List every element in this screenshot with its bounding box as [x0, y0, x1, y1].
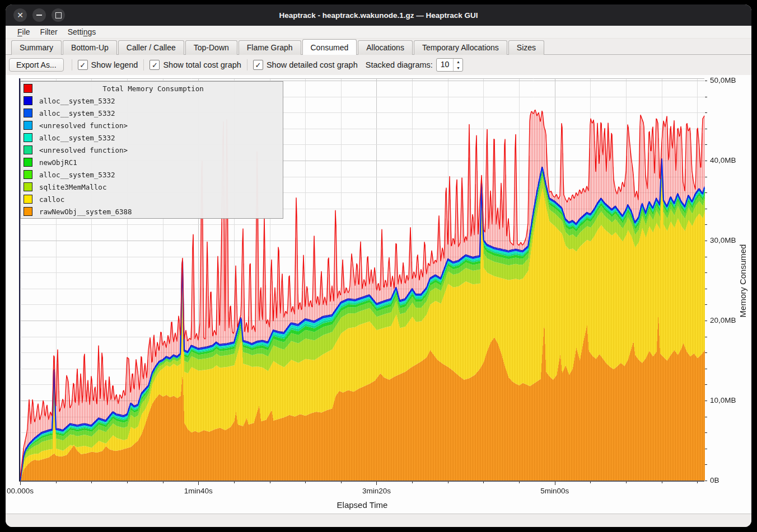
- legend-swatch-icon: [24, 182, 32, 191]
- legend-item: rawNewObj__system_6388: [21, 206, 283, 217]
- menu-bar: FileFilterSettings: [6, 26, 751, 39]
- tab-consumed[interactable]: Consumed: [302, 39, 357, 55]
- toolbar-separator: [143, 59, 144, 70]
- tab-allocations[interactable]: Allocations: [358, 40, 413, 55]
- legend-label: <unresolved function>: [39, 121, 128, 130]
- minimize-button[interactable]: [32, 8, 46, 22]
- legend-label: <unresolved function>: [39, 146, 128, 154]
- legend-item: alloc__system_5332: [21, 95, 283, 106]
- checkmark-icon: ✓: [78, 60, 88, 70]
- tab-summary[interactable]: Summary: [11, 40, 62, 55]
- legend-label: Total Memory Consumption: [39, 84, 267, 93]
- toolbar-separator: [247, 59, 247, 70]
- toolbar: Export As... ✓Show legend✓Show total cos…: [6, 55, 751, 75]
- legend-swatch-icon: [24, 121, 32, 130]
- legend-label: calloc: [39, 195, 64, 204]
- tab-bottom-up[interactable]: Bottom-Up: [63, 40, 117, 55]
- legend-swatch-icon: [24, 84, 32, 93]
- menu-file[interactable]: File: [12, 27, 35, 37]
- menu-settings[interactable]: Settings: [63, 27, 101, 37]
- legend-label: alloc__system_5332: [39, 171, 115, 179]
- title-bar: ✕ Heaptrack - heaptrack.wakunode.1.gz — …: [6, 4, 751, 26]
- checkbox-show-legend[interactable]: ✓Show legend: [78, 60, 138, 70]
- legend-item: alloc__system_5332: [21, 132, 283, 143]
- tab-flame-graph[interactable]: Flame Graph: [239, 40, 301, 55]
- legend-label: newObjRC1: [39, 158, 77, 167]
- legend-item: <unresolved function>: [21, 120, 283, 131]
- x-axis-title: Elapsed Time: [6, 500, 719, 510]
- tab-bar: SummaryBottom-UpCaller / CalleeTop-DownF…: [6, 39, 751, 55]
- legend-label: sqlite3MemMalloc: [39, 183, 106, 191]
- tab-top-down[interactable]: Top-Down: [185, 40, 237, 55]
- toolbar-separator: [72, 59, 72, 70]
- legend-swatch-icon: [24, 109, 32, 117]
- legend-label: rawNewObj__system_6388: [39, 208, 132, 216]
- checkbox-show-detailed-cost-graph[interactable]: ✓Show detailed cost graph: [253, 60, 358, 70]
- legend-label: alloc__system_5332: [39, 109, 115, 117]
- legend-swatch-icon: [24, 195, 32, 204]
- export-as-button[interactable]: Export As...: [9, 58, 64, 72]
- app-window: ✕ Heaptrack - heaptrack.wakunode.1.gz — …: [6, 4, 751, 527]
- checkbox-show-total-cost-graph[interactable]: ✓Show total cost graph: [149, 60, 241, 70]
- legend-item: newObjRC1: [21, 157, 283, 168]
- close-button[interactable]: ✕: [13, 8, 27, 22]
- checkbox-label: Show total cost graph: [163, 60, 241, 69]
- y-axis-title: Memory Consumed: [738, 197, 748, 365]
- stacked-diagrams-spinbox[interactable]: 10 ▲ ▼: [436, 58, 464, 72]
- checkbox-label: Show legend: [91, 60, 138, 69]
- legend-swatch-icon: [24, 207, 32, 216]
- legend-swatch-icon: [24, 133, 32, 142]
- legend-title-row: Total Memory Consumption: [21, 83, 283, 94]
- window-title: Heaptrack - heaptrack.wakunode.1.gz — He…: [6, 11, 751, 20]
- legend-swatch-icon: [24, 158, 32, 167]
- legend-item: sqlite3MemMalloc: [21, 181, 283, 192]
- legend-label: alloc__system_5332: [39, 97, 115, 105]
- legend-item: alloc__system_5332: [21, 107, 283, 119]
- legend-item: alloc__system_5332: [21, 169, 283, 180]
- spinbox-up-icon[interactable]: ▲: [454, 59, 462, 65]
- chart-area: Total Memory Consumptionalloc__system_53…: [6, 75, 751, 514]
- checkmark-icon: ✓: [253, 60, 263, 70]
- window-bottom-strip: [6, 514, 751, 527]
- chart-legend: Total Memory Consumptionalloc__system_53…: [20, 81, 283, 219]
- maximize-button[interactable]: [52, 8, 65, 22]
- legend-item: <unresolved function>: [21, 144, 283, 156]
- tab-caller-callee[interactable]: Caller / Callee: [118, 40, 184, 55]
- tab-temporary-allocations[interactable]: Temporary Allocations: [414, 40, 507, 55]
- stacked-diagrams-label: Stacked diagrams:: [366, 60, 433, 69]
- menu-filter[interactable]: Filter: [35, 27, 63, 37]
- tab-sizes[interactable]: Sizes: [508, 40, 544, 55]
- checkbox-label: Show detailed cost graph: [267, 60, 358, 69]
- legend-swatch-icon: [24, 145, 32, 154]
- spinbox-down-icon[interactable]: ▼: [454, 65, 462, 71]
- legend-label: alloc__system_5332: [39, 134, 115, 142]
- legend-swatch-icon: [24, 170, 32, 179]
- legend-item: calloc: [21, 194, 283, 205]
- stacked-diagrams-value: 10: [437, 59, 454, 71]
- checkmark-icon: ✓: [149, 60, 160, 70]
- legend-swatch-icon: [24, 96, 32, 105]
